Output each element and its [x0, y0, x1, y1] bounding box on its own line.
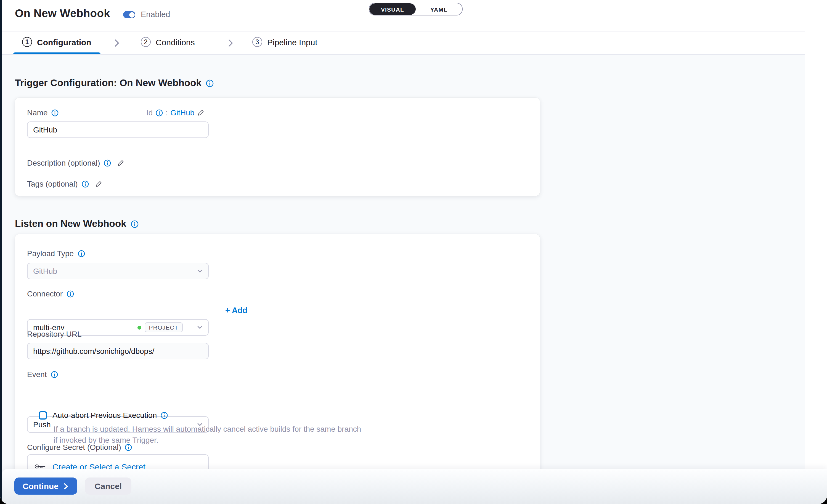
info-icon[interactable] — [82, 180, 89, 188]
wizard-footer: Continue Cancel — [2, 469, 827, 504]
info-icon[interactable] — [155, 109, 162, 116]
step-label: Pipeline Input — [267, 37, 318, 47]
step-number-badge: 1 — [22, 37, 32, 47]
payload-type-select[interactable]: GitHub — [27, 263, 209, 279]
toggle-knob-icon — [129, 11, 135, 18]
step-tab-configuration[interactable]: 1 Configuration — [22, 37, 91, 47]
trigger-configuration-card: Name Id : GitHub Description (optional) — [15, 98, 540, 196]
id-separator: : — [165, 108, 167, 117]
event-label: Event — [27, 370, 47, 379]
collapsed-sidebar-strip — [0, 0, 2, 504]
continue-button-label: Continue — [22, 482, 58, 491]
info-icon[interactable] — [161, 411, 168, 419]
auto-abort-label: Auto-abort Previous Execution — [52, 411, 157, 419]
heading-text: Listen on New Webhook — [15, 218, 127, 230]
info-icon[interactable] — [131, 220, 139, 228]
chevron-right-icon — [226, 39, 234, 47]
enabled-toggle[interactable] — [123, 11, 135, 18]
cancel-button[interactable]: Cancel — [85, 477, 131, 495]
step-label: Configuration — [37, 37, 91, 47]
description-label: Description (optional) — [27, 158, 100, 167]
id-label: Id — [146, 108, 153, 117]
chevron-right-icon — [113, 39, 120, 47]
edit-description-pencil-icon[interactable] — [117, 159, 125, 167]
info-icon[interactable] — [206, 79, 214, 87]
app-window: On New Webhook Enabled VISUAL YAML 1 Con… — [0, 0, 827, 504]
cancel-button-label: Cancel — [95, 482, 122, 491]
trigger-configuration-heading: Trigger Configuration: On New Webhook — [15, 77, 214, 89]
event-label-row: Event — [27, 370, 58, 379]
add-connector-button[interactable]: + Add — [225, 306, 247, 315]
info-icon[interactable] — [78, 250, 85, 257]
configuration-panel: Trigger Configuration: On New Webhook Na… — [2, 54, 805, 504]
auto-abort-label-row: Auto-abort Previous Execution — [52, 411, 168, 419]
description-row: Description (optional) — [27, 158, 125, 167]
info-icon[interactable] — [104, 159, 111, 166]
repository-url-label: Repository URL — [27, 330, 82, 338]
repository-url-input[interactable] — [27, 343, 209, 359]
edit-id-pencil-icon[interactable] — [197, 109, 205, 116]
webhook-settings-card: Payload Type GitHub Connector multi-env — [15, 234, 540, 504]
configure-secret-label: Configure Secret (Optional) — [27, 443, 121, 452]
name-label: Name — [27, 108, 48, 117]
step-label: Conditions — [156, 37, 195, 47]
name-input[interactable] — [27, 121, 209, 138]
connector-label: Connector — [27, 289, 63, 298]
enabled-label: Enabled — [141, 10, 170, 19]
configure-secret-label-row: Configure Secret (Optional) — [27, 443, 132, 452]
connector-scope-badge: PROJECT — [145, 323, 183, 332]
tab-yaml[interactable]: YAML — [416, 3, 462, 15]
heading-text: Trigger Configuration: On New Webhook — [15, 77, 201, 89]
listen-on-new-webhook-heading: Listen on New Webhook — [15, 218, 139, 230]
info-icon[interactable] — [66, 290, 74, 297]
tab-visual[interactable]: VISUAL — [369, 3, 416, 15]
chevron-down-icon — [196, 323, 204, 331]
name-label-row: Name — [27, 108, 59, 117]
connector-label-row: Connector — [27, 289, 74, 298]
edit-tags-pencil-icon[interactable] — [95, 180, 103, 188]
repository-url-label-row: Repository URL — [27, 330, 82, 338]
active-tab-underline — [13, 52, 100, 54]
auto-abort-help-line1: If a branch is updated, Harness will aut… — [54, 423, 361, 435]
chevron-right-icon — [63, 483, 69, 489]
auto-abort-row: Auto-abort Previous Execution — [39, 411, 168, 419]
step-tab-pipeline-input[interactable]: 3 Pipeline Input — [252, 37, 318, 47]
chevron-down-icon — [196, 267, 204, 275]
connector-status-dot-icon — [138, 325, 141, 329]
info-icon[interactable] — [52, 109, 59, 116]
payload-type-value: GitHub — [33, 267, 57, 275]
visual-yaml-switch: VISUAL YAML — [369, 3, 463, 15]
page-title: On New Webhook — [15, 7, 110, 20]
step-number-badge: 3 — [252, 37, 262, 47]
tags-row: Tags (optional) — [27, 180, 103, 188]
info-icon[interactable] — [51, 371, 58, 378]
step-number-badge: 2 — [141, 37, 151, 47]
info-icon[interactable] — [125, 444, 132, 451]
continue-button[interactable]: Continue — [14, 477, 77, 495]
id-value[interactable]: GitHub — [170, 108, 194, 117]
auto-abort-checkbox[interactable] — [39, 411, 47, 419]
payload-type-label-row: Payload Type — [27, 249, 85, 258]
page-header: On New Webhook Enabled VISUAL YAML — [2, 0, 805, 32]
step-tab-conditions[interactable]: 2 Conditions — [141, 37, 195, 47]
event-value: Push — [33, 420, 51, 429]
wizard-steps: 1 Configuration 2 Conditions 3 Pipeline … — [2, 32, 805, 55]
tags-label: Tags (optional) — [27, 180, 78, 188]
id-row: Id : GitHub — [146, 108, 205, 117]
payload-type-label: Payload Type — [27, 249, 74, 258]
right-rail — [805, 0, 827, 504]
